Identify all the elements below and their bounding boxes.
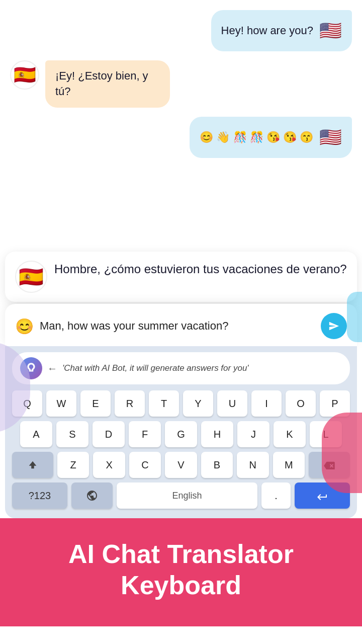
message-row: Hey! how are you? 🇺🇸 [10, 10, 352, 51]
arrow-icon: ← [47, 363, 57, 374]
key-c[interactable]: C [129, 452, 161, 478]
send-button[interactable] [321, 313, 347, 339]
flag-icon: 🇺🇸 [319, 125, 342, 150]
key-v[interactable]: V [165, 452, 197, 478]
promo-section: AI Chat Translator Keyboard [0, 518, 362, 626]
chat-bubble-left: ¡Ey! ¿Estoy bien, y tú? [45, 60, 170, 108]
key-m[interactable]: M [273, 452, 305, 478]
flag-avatar: 🇪🇸 [15, 261, 47, 293]
message-text: Hey! how are you? [221, 23, 313, 39]
keyboard-row-1: Q W E R T Y U I O P [12, 390, 350, 417]
message-with-flag: 🇪🇸 ¡Ey! ¿Estoy bien, y tú? [10, 60, 176, 108]
key-i[interactable]: I [251, 390, 282, 417]
key-n[interactable]: N [237, 452, 268, 478]
key-z[interactable]: Z [57, 452, 89, 478]
key-s[interactable]: S [56, 421, 88, 447]
chat-bubble-emoji: 😊 👋 🎊 🎊 😘 😘 😙 🇺🇸 [190, 117, 352, 158]
key-x[interactable]: X [93, 452, 125, 478]
key-j[interactable]: J [237, 421, 269, 447]
chat-bubble-right: Hey! how are you? 🇺🇸 [211, 10, 352, 51]
incoming-message-card: 🇪🇸 Hombre, ¿cómo estuvieron tus vacacion… [5, 252, 357, 302]
key-d[interactable]: D [93, 421, 125, 447]
key-r[interactable]: R [115, 390, 145, 417]
message-text: ¡Ey! ¿Estoy bien, y tú? [55, 68, 160, 100]
key-o[interactable]: O [286, 390, 316, 417]
translation-bar: 😊 Man, how was your summer vacation? [5, 304, 357, 346]
keyboard-row-4: ?123 English . [12, 482, 350, 509]
key-t[interactable]: T [149, 390, 179, 417]
smiley-icon[interactable]: 😊 [15, 317, 34, 335]
shift-key[interactable] [12, 452, 53, 478]
ai-hint-text: 'Chat with AI Bot, it will generate answ… [62, 363, 249, 373]
keyboard-row-3: Z X C V B N M [12, 452, 350, 478]
globe-key[interactable] [71, 482, 113, 509]
promo-title: AI Chat Translator Keyboard [15, 538, 347, 601]
ai-hint-bar[interactable]: ← 'Chat with AI Bot, it will generate an… [12, 352, 350, 384]
translation-input-text[interactable]: Man, how was your summer vacation? [40, 319, 315, 333]
message-text: 😊 👋 🎊 🎊 😘 😘 😙 [200, 130, 313, 145]
chat-area: Hey! how are you? 🇺🇸 🇪🇸 ¡Ey! ¿Estoy bien… [0, 0, 362, 252]
flag-icon: 🇺🇸 [319, 18, 342, 43]
message-row: 😊 👋 🎊 🎊 😘 😘 😙 🇺🇸 [10, 117, 352, 158]
keyboard-area: ← 'Chat with AI Bot, it will generate an… [5, 346, 357, 518]
dot-key[interactable]: . [261, 482, 291, 509]
num-key[interactable]: ?123 [12, 482, 67, 509]
key-h[interactable]: H [201, 421, 233, 447]
incoming-message-text: Hombre, ¿cómo estuvieron tus vacaciones … [54, 261, 347, 278]
key-f[interactable]: F [129, 421, 161, 447]
flag-avatar: 🇪🇸 [10, 60, 39, 90]
key-b[interactable]: B [201, 452, 233, 478]
key-k[interactable]: K [274, 421, 306, 447]
space-key[interactable]: English [117, 482, 257, 509]
key-y[interactable]: Y [183, 390, 213, 417]
key-e[interactable]: E [80, 390, 111, 417]
keyboard-row-2: A S D F G H J K L [12, 421, 350, 447]
key-u[interactable]: U [217, 390, 247, 417]
message-row: 🇪🇸 ¡Ey! ¿Estoy bien, y tú? [10, 60, 352, 108]
key-w[interactable]: W [46, 390, 76, 417]
translation-input-row: 😊 Man, how was your summer vacation? [15, 313, 347, 339]
key-g[interactable]: G [165, 421, 197, 447]
key-a[interactable]: A [20, 421, 52, 447]
